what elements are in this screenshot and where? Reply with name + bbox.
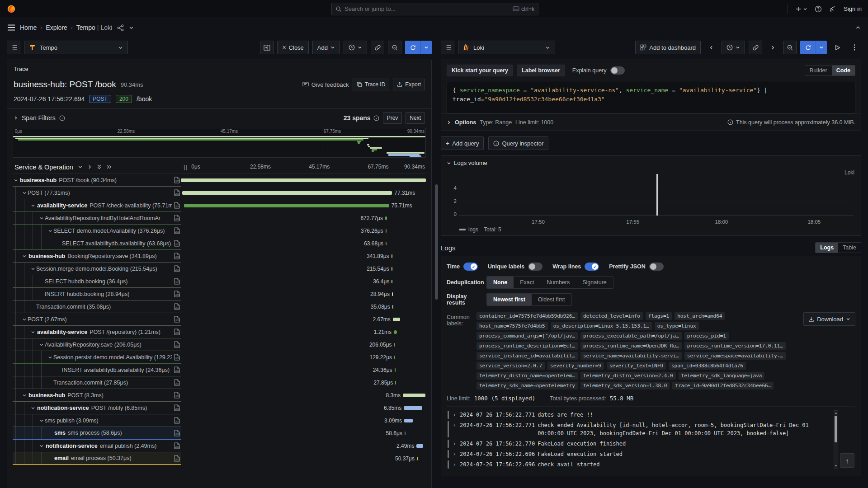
expand-log-icon[interactable]: › bbox=[452, 450, 457, 458]
log-icon[interactable]: LOG bbox=[172, 417, 180, 424]
breadcrumb-item[interactable]: Explore bbox=[46, 24, 67, 31]
add-to-dashboard-button[interactable]: Add to dashboard bbox=[635, 41, 701, 54]
tab-table[interactable]: Table bbox=[838, 243, 861, 253]
log-icon[interactable]: LOG bbox=[172, 303, 180, 310]
span-name-cell[interactable]: SELECT hubdb.booking (36.4μs)LOG bbox=[13, 275, 181, 288]
span-bar-cell[interactable] bbox=[181, 174, 426, 187]
logql-editor[interactable]: { service_namespace = "availability-serv… bbox=[447, 81, 855, 113]
help-icon[interactable] bbox=[815, 5, 822, 13]
toggle-switch[interactable] bbox=[649, 263, 664, 271]
refresh-split-button[interactable] bbox=[405, 41, 432, 54]
refresh-button[interactable] bbox=[405, 41, 421, 54]
log-icon[interactable]: LOG bbox=[172, 379, 180, 386]
span-name-cell[interactable]: Transaction.commit (35.08μs)LOG bbox=[13, 300, 181, 313]
dedup-numbers[interactable]: Numbers bbox=[541, 277, 576, 288]
span-name-cell[interactable]: SELECT availabilitydb.availability (63.6… bbox=[13, 237, 181, 250]
link-icon[interactable] bbox=[749, 41, 762, 54]
collapse-chevron-icon[interactable] bbox=[38, 418, 45, 423]
span-bar-cell[interactable]: 206.05μs bbox=[181, 338, 426, 351]
builder-tab[interactable]: Builder bbox=[805, 66, 832, 75]
datasource-picker-loki[interactable]: Loki bbox=[458, 41, 555, 54]
span-row[interactable]: Session.merge demo.model.Booking (215.54… bbox=[13, 263, 426, 275]
span-name-cell[interactable]: SELECT demo.model.Availability (376.26μs… bbox=[13, 225, 181, 237]
collapse-top-icon[interactable] bbox=[855, 25, 861, 30]
collapse-chevron-icon[interactable] bbox=[38, 444, 45, 448]
log-icon[interactable]: LOG bbox=[172, 265, 180, 272]
span-name-cell[interactable]: smssms process (58.6μs)LOG bbox=[13, 427, 181, 440]
span-bar-cell[interactable]: 27.85μs bbox=[181, 376, 426, 389]
log-line[interactable]: ›2024-07-26 17:56:22.771check ended Avai… bbox=[448, 420, 828, 438]
span-row[interactable]: business-hubBookingRepository.save (341.… bbox=[13, 250, 426, 263]
shift-time-forward-icon[interactable] bbox=[766, 41, 779, 54]
span-bar-cell[interactable]: 215.54μs bbox=[181, 263, 426, 275]
collapse-chevron-icon[interactable] bbox=[30, 406, 36, 410]
refresh-button[interactable] bbox=[800, 41, 816, 54]
collapse-chevron-icon[interactable] bbox=[30, 203, 36, 208]
collapse-chevron-icon[interactable] bbox=[30, 330, 36, 334]
sign-in-button[interactable]: Sign in bbox=[844, 5, 862, 12]
collapse-chevron-icon[interactable] bbox=[21, 191, 28, 195]
span-bar-cell[interactable]: 35.08μs bbox=[181, 300, 426, 313]
log-icon[interactable]: LOG bbox=[172, 240, 180, 247]
time-picker-button[interactable] bbox=[722, 41, 745, 54]
share-icon[interactable] bbox=[117, 24, 124, 32]
log-icon[interactable]: LOG bbox=[172, 202, 180, 209]
collapse-chevron-icon[interactable] bbox=[30, 267, 36, 271]
expand-one-icon[interactable] bbox=[87, 164, 92, 169]
expand-log-icon[interactable]: › bbox=[452, 440, 457, 448]
export-button[interactable]: Export bbox=[393, 79, 425, 90]
log-icon[interactable]: LOG bbox=[172, 316, 180, 323]
span-row[interactable]: business-hubPOST /book (90.34ms)LOG bbox=[13, 174, 426, 187]
collapse-chevron-icon[interactable] bbox=[13, 178, 19, 183]
collapse-all-icon[interactable] bbox=[97, 164, 102, 170]
tab-logs[interactable]: Logs bbox=[816, 243, 838, 253]
collapse-chevron-icon[interactable] bbox=[38, 216, 45, 221]
collapse-chevron-icon[interactable] bbox=[21, 393, 28, 398]
span-bar-cell[interactable]: 6.85ms bbox=[181, 402, 426, 414]
span-row[interactable]: POST (2.67ms)LOG2.67ms bbox=[13, 313, 426, 326]
log-line[interactable]: ›2024-07-26 17:56:22.770FakeLoad executi… bbox=[448, 438, 828, 449]
span-bar-cell[interactable]: 3.09ms bbox=[181, 414, 426, 427]
span-row[interactable]: AvailablilityRepository.findByHotelAndRo… bbox=[13, 212, 426, 225]
breadcrumb-caret-icon[interactable] bbox=[129, 25, 134, 30]
link-icon[interactable] bbox=[371, 41, 384, 54]
span-bar-cell[interactable]: 1.21ms bbox=[181, 326, 426, 338]
zoom-out-icon[interactable] bbox=[783, 41, 797, 54]
span-bar-cell[interactable]: 341.89μs bbox=[181, 250, 426, 263]
span-bar-cell[interactable]: 672.77μs bbox=[181, 212, 426, 225]
next-button[interactable]: Next bbox=[406, 112, 425, 124]
logs-table-switch[interactable]: LogsTable bbox=[815, 242, 861, 253]
display-results-options[interactable]: Newest firstOldest first bbox=[486, 293, 572, 306]
legend-label[interactable]: logs bbox=[468, 226, 478, 233]
span-row[interactable]: Transaction.commit (35.08μs)LOG35.08μs bbox=[13, 300, 426, 313]
new-menu-button[interactable] bbox=[795, 6, 807, 12]
span-row[interactable]: notification-serviceemail publish (2.49m… bbox=[13, 440, 426, 452]
download-button[interactable]: Download bbox=[803, 312, 855, 326]
collapse-chevron-icon[interactable] bbox=[38, 343, 45, 347]
log-icon[interactable]: LOG bbox=[172, 392, 180, 399]
span-row[interactable]: AvailablilityRepository.save (206.05μs)L… bbox=[13, 338, 426, 351]
span-name-cell[interactable]: Session.merge demo.model.Booking (215.54… bbox=[13, 263, 181, 275]
query-rows-icon[interactable] bbox=[441, 41, 454, 54]
collapse-chevron-icon[interactable] bbox=[21, 317, 28, 322]
log-icon[interactable]: LOG bbox=[172, 278, 180, 285]
span-row[interactable]: Session.persist demo.model.Availability … bbox=[13, 351, 426, 364]
grafana-logo[interactable] bbox=[6, 4, 16, 14]
split-view-icon[interactable] bbox=[260, 41, 274, 54]
add-button[interactable]: Add bbox=[312, 41, 340, 54]
explain-query-toggle[interactable] bbox=[610, 66, 625, 75]
span-row[interactable]: POST (77.31ms)LOG77.31ms bbox=[13, 187, 426, 199]
column-resizer[interactable]: || bbox=[181, 164, 190, 170]
log-icon[interactable]: LOG bbox=[172, 253, 180, 259]
span-bar-cell[interactable]: 36.4μs bbox=[181, 275, 426, 288]
span-bar-cell[interactable]: 75.71ms bbox=[181, 199, 426, 212]
span-bar-cell[interactable]: 376.26μs bbox=[181, 225, 426, 237]
breadcrumb-item[interactable]: Home bbox=[20, 24, 37, 31]
kebab-menu-icon[interactable] bbox=[848, 41, 861, 54]
log-icon[interactable]: LOG bbox=[172, 341, 180, 348]
span-row[interactable]: SELECT demo.model.Availability (376.26μs… bbox=[13, 225, 426, 237]
span-row[interactable]: availability-servicePOST /check-availabi… bbox=[13, 199, 426, 212]
prev-button[interactable]: Prev bbox=[383, 112, 402, 124]
shift-time-back-icon[interactable] bbox=[704, 41, 718, 54]
span-name-cell[interactable]: sms publish (3.09ms)LOG bbox=[13, 414, 181, 427]
